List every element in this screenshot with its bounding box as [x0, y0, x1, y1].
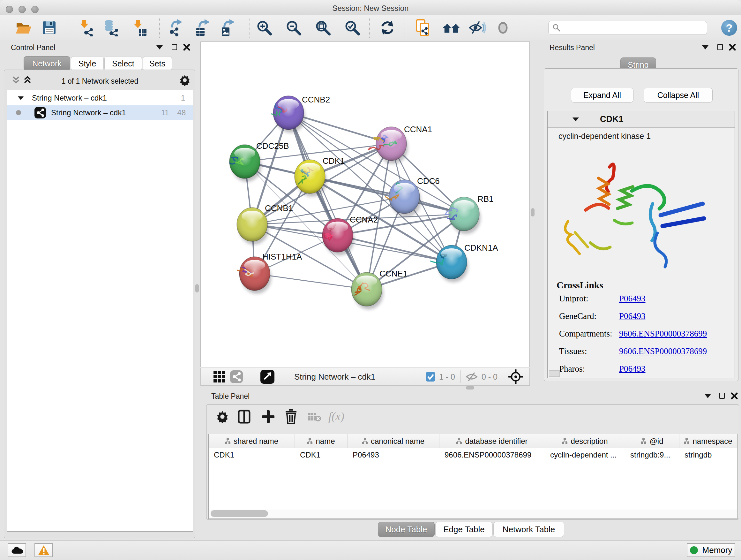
- export-table-icon[interactable]: [194, 19, 212, 37]
- export-image-icon[interactable]: [219, 19, 237, 37]
- node-CDK1[interactable]: [294, 160, 327, 197]
- panel-close-icon[interactable]: [731, 392, 738, 399]
- import-table-file-icon[interactable]: [130, 19, 148, 37]
- table-hscrollbar-thumb[interactable]: [211, 510, 268, 517]
- column-header-namespace[interactable]: namespace: [679, 434, 737, 448]
- edge-CCNA2-CDKN1A[interactable]: [338, 235, 452, 262]
- zoom-out-icon[interactable]: [285, 19, 302, 37]
- show-all-eye-icon[interactable]: [494, 19, 512, 37]
- tab-node-table[interactable]: Node Table: [378, 522, 434, 537]
- tab-network[interactable]: Network: [23, 56, 70, 71]
- table-cell[interactable]: 9606.ENSP00000378699: [440, 448, 545, 462]
- table-cell[interactable]: P06493: [347, 448, 440, 462]
- panel-close-icon[interactable]: [183, 44, 190, 51]
- node-CCNE1[interactable]: [351, 272, 383, 309]
- network-canvas[interactable]: CCNB2CCNA1CDC25BCDK1CDC6RB1CCNB1CCNA2CDK…: [200, 42, 530, 367]
- show-columns-icon[interactable]: [238, 410, 251, 424]
- table-cell[interactable]: CDK1: [209, 448, 295, 462]
- search-box[interactable]: [548, 21, 707, 35]
- delete-column-trash-icon[interactable]: [285, 409, 297, 424]
- node-CCNB2[interactable]: [272, 96, 305, 133]
- panel-float-icon[interactable]: [718, 44, 723, 50]
- column-header-canonical-name[interactable]: canonical name: [347, 434, 440, 448]
- selected-checkbox-icon[interactable]: [426, 372, 435, 381]
- node-CDKN1A[interactable]: [431, 245, 468, 282]
- column-header-database-identifier[interactable]: database identifier: [440, 434, 545, 448]
- results-scrollbar-corner[interactable]: [549, 370, 560, 377]
- import-network-file-icon[interactable]: [77, 19, 94, 37]
- node-CDC6[interactable]: [386, 180, 421, 217]
- panel-close-icon[interactable]: [729, 44, 736, 51]
- node-CCNA2[interactable]: [322, 219, 354, 255]
- birdseye-view-icon[interactable]: [260, 370, 274, 384]
- cloud-status-button[interactable]: [8, 543, 26, 557]
- tab-style[interactable]: Style: [71, 56, 104, 71]
- hide-selected-eye-icon[interactable]: [468, 19, 486, 37]
- node-table-grid[interactable]: shared namenamecanonical namedatabase id…: [208, 434, 738, 519]
- node-result-header[interactable]: CDK1: [548, 111, 735, 128]
- crosslink-value[interactable]: 9606.ENSP00000378699: [619, 347, 707, 356]
- tab-sets[interactable]: Sets: [143, 56, 172, 71]
- edge-CCNB2-CCNE1[interactable]: [288, 113, 367, 289]
- import-network-database-icon[interactable]: [102, 19, 119, 37]
- memory-button[interactable]: Memory: [687, 543, 735, 557]
- tab-select[interactable]: Select: [105, 56, 142, 71]
- left-splitter-handle[interactable]: [195, 284, 199, 293]
- edge-HIST1H1A-CCNE1[interactable]: [255, 273, 367, 289]
- right-splitter-handle[interactable]: [531, 208, 535, 216]
- crosslink-value[interactable]: P06493: [619, 294, 646, 304]
- network-collection-row[interactable]: String Network – cdk1 1: [7, 91, 193, 105]
- table-row[interactable]: CDK1CDK1P064939606.ENSP00000378699cyclin…: [209, 448, 737, 462]
- crosslink-value[interactable]: 9606.ENSP00000378699: [619, 329, 707, 339]
- table-hscrollbar-track[interactable]: [209, 509, 737, 518]
- zoom-selected-icon[interactable]: [343, 19, 361, 37]
- network-view-badge-icon[interactable]: [230, 370, 243, 383]
- table-settings-gear-icon[interactable]: [216, 410, 229, 423]
- panel-float-icon[interactable]: [719, 393, 725, 399]
- panel-menu-icon[interactable]: [702, 45, 709, 50]
- export-network-icon[interactable]: [167, 19, 185, 37]
- apply-layout-icon[interactable]: [379, 19, 396, 37]
- string-network-badge-icon: [35, 107, 46, 118]
- panel-float-icon[interactable]: [172, 44, 177, 50]
- zoom-fit-icon[interactable]: [314, 19, 332, 37]
- network-graph[interactable]: CCNB2CCNA1CDC25BCDK1CDC6RB1CCNB1CCNA2CDK…: [201, 42, 529, 367]
- collapse-all-button[interactable]: Collapse All: [644, 88, 713, 103]
- open-file-icon[interactable]: [15, 19, 32, 37]
- network-row-selected[interactable]: String Network – cdk1 11 48: [7, 105, 193, 120]
- clone-network-icon[interactable]: [415, 19, 433, 37]
- warning-status-button[interactable]: [35, 543, 53, 557]
- column-header-description[interactable]: description: [545, 434, 625, 448]
- node-HIST1H1A[interactable]: [238, 257, 271, 294]
- network-options-gear-icon[interactable]: [179, 74, 191, 86]
- tab-network-table[interactable]: Network Table: [493, 522, 564, 537]
- fit-content-crosshair-icon[interactable]: [509, 369, 523, 384]
- table-cell[interactable]: stringdb: [679, 448, 737, 462]
- network-view-toolbar: String Network – cdk1 1 - 0 0 - 0: [200, 368, 530, 386]
- zoom-in-icon[interactable]: [255, 19, 273, 37]
- column-header-shared-name[interactable]: shared name: [209, 434, 295, 448]
- panel-menu-icon[interactable]: [704, 394, 711, 398]
- crosslink-value[interactable]: P06493: [619, 311, 646, 321]
- node-CCNA1[interactable]: [368, 127, 408, 164]
- table-cell[interactable]: CDK1: [295, 448, 347, 462]
- search-input[interactable]: [564, 23, 703, 32]
- tab-edge-table[interactable]: Edge Table: [435, 522, 493, 537]
- column-header--id[interactable]: @id: [625, 434, 679, 448]
- panel-menu-icon[interactable]: [156, 45, 163, 50]
- help-icon[interactable]: ?: [721, 20, 737, 36]
- save-session-icon[interactable]: [40, 19, 58, 37]
- table-cell[interactable]: cyclin-dependent ...: [545, 448, 625, 462]
- table-cell[interactable]: stringdb:9...: [625, 448, 679, 462]
- crosslink-value[interactable]: P06493: [619, 364, 646, 374]
- hidden-eye-icon[interactable]: [466, 371, 478, 382]
- first-neighbors-icon[interactable]: [442, 19, 460, 37]
- collapse-entry-icon[interactable]: [572, 118, 579, 121]
- tree-expand-icon[interactable]: [18, 97, 23, 100]
- create-column-plus-icon[interactable]: [261, 410, 275, 424]
- grid-view-icon[interactable]: [213, 370, 226, 383]
- column-header-name[interactable]: name: [295, 434, 347, 448]
- expand-all-button[interactable]: Expand All: [571, 88, 633, 103]
- node-RB1[interactable]: [446, 197, 481, 234]
- edge-CDK1-RB1[interactable]: [310, 177, 464, 214]
